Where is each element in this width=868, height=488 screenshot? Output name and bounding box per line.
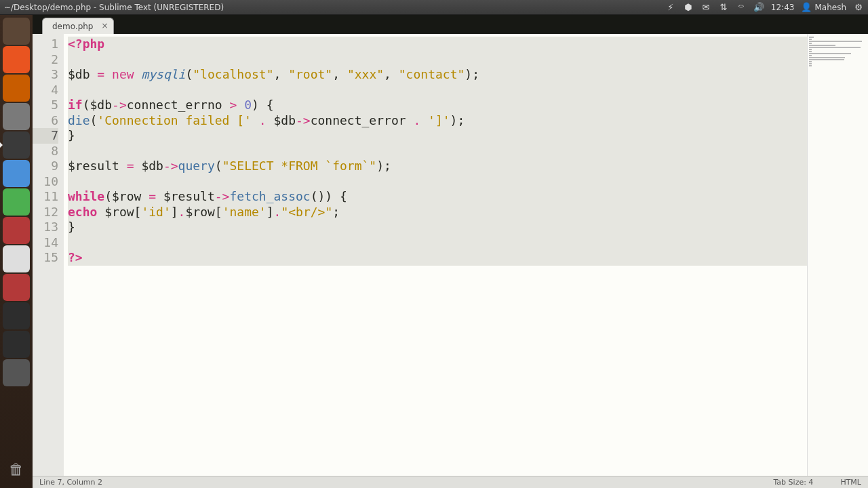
status-bar: Line 7, Column 2 Tab Size: 4 HTML (33, 476, 868, 488)
code-line[interactable] (68, 174, 807, 190)
launcher-settings[interactable] (3, 217, 30, 244)
line-number: 15 (33, 250, 58, 266)
mail-icon[interactable]: ✉ (701, 2, 711, 13)
code-line[interactable] (68, 235, 807, 251)
launcher-sublime[interactable] (3, 131, 30, 159)
code-line[interactable]: echo $row['id'].$row['name']."<br/>"; (68, 205, 807, 220)
launcher-libreoffice[interactable] (3, 188, 30, 216)
line-number: 8 (33, 144, 58, 159)
code-line[interactable]: } (68, 128, 807, 144)
launcher-writer[interactable] (3, 245, 30, 272)
line-number: 3 (33, 67, 58, 83)
code-line[interactable]: $result = $db->query("SELECT *FROM `form… (68, 159, 807, 174)
line-gutter: 123456789101112131415 (33, 34, 64, 476)
system-tray: ⚡ ⬢ ✉ ⇅ ⌔ 🔊 12:43 👤 Mahesh ⚙ (665, 2, 864, 13)
launcher-dash[interactable] (3, 18, 30, 45)
trash-icon[interactable]: 🗑 (3, 455, 30, 483)
line-number: 6 (33, 113, 58, 129)
code-line[interactable]: $db = new mysqli("localhost", "root", "x… (68, 67, 807, 83)
line-number: 9 (33, 159, 58, 174)
code-line[interactable]: ?> (68, 250, 807, 266)
code-line[interactable]: while($row = $result->fetch_assoc()) { (68, 189, 807, 205)
status-tab-size[interactable]: Tab Size: 4 (773, 478, 813, 487)
launcher-chromium[interactable] (3, 160, 30, 187)
username: Mahesh (814, 3, 846, 12)
line-number: 1 (33, 37, 58, 52)
code-line[interactable] (68, 52, 807, 68)
thunderbolt-icon[interactable]: ⚡ (665, 2, 676, 13)
dropbox-icon[interactable]: ⬢ (683, 2, 694, 13)
line-number: 5 (33, 98, 58, 113)
line-number: 4 (33, 83, 58, 98)
launcher-firefox[interactable] (3, 75, 30, 102)
code-line[interactable]: } (68, 220, 807, 235)
launcher-workspace[interactable] (3, 359, 30, 386)
line-number: 10 (33, 174, 58, 190)
code-line[interactable]: <?php (68, 37, 807, 52)
unity-launcher: 🗑 (0, 15, 33, 488)
launcher-gedit[interactable] (3, 103, 30, 130)
tab-label: demo.php (52, 22, 93, 31)
minimap[interactable] (807, 34, 868, 476)
system-top-panel: ~/Desktop/demo.php - Sublime Text (UNREG… (0, 0, 868, 15)
code-line[interactable]: if($db->connect_errno > 0) { (68, 98, 807, 113)
clock[interactable]: 12:43 (771, 3, 795, 12)
code-line[interactable]: die('Connection failed [' . $db->connect… (68, 113, 807, 129)
code-line[interactable] (68, 83, 807, 98)
session-icon[interactable]: ⚙ (853, 2, 864, 13)
volume-icon[interactable]: 🔊 (753, 2, 764, 13)
launcher-xchat[interactable] (3, 331, 30, 358)
code-area[interactable]: <?php $db = new mysqli("localhost", "roo… (64, 34, 807, 476)
line-number: 13 (33, 220, 58, 235)
user-menu[interactable]: 👤 Mahesh (801, 2, 846, 13)
status-language[interactable]: HTML (840, 478, 861, 487)
sublime-window: demo.php × 123456789101112131415 <?php $… (33, 15, 868, 488)
status-cursor[interactable]: Line 7, Column 2 (39, 478, 102, 487)
launcher-software[interactable] (3, 274, 30, 301)
close-icon[interactable]: × (101, 21, 108, 30)
tab-demo-php[interactable]: demo.php × (42, 18, 114, 34)
line-number: 14 (33, 235, 58, 251)
line-number: 7 (33, 128, 58, 144)
editor[interactable]: 123456789101112131415 <?php $db = new my… (33, 34, 868, 476)
user-icon: 👤 (801, 2, 812, 13)
launcher-terminal[interactable] (3, 302, 30, 329)
line-number: 12 (33, 205, 58, 220)
tab-bar: demo.php × (33, 15, 868, 34)
wifi-icon[interactable]: ⌔ (736, 2, 747, 13)
line-number: 11 (33, 189, 58, 205)
network-icon[interactable]: ⇅ (718, 2, 729, 13)
launcher-nautilus[interactable] (3, 46, 30, 73)
code-line[interactable] (68, 144, 807, 159)
line-number: 2 (33, 52, 58, 68)
window-title: ~/Desktop/demo.php - Sublime Text (UNREG… (4, 3, 224, 12)
